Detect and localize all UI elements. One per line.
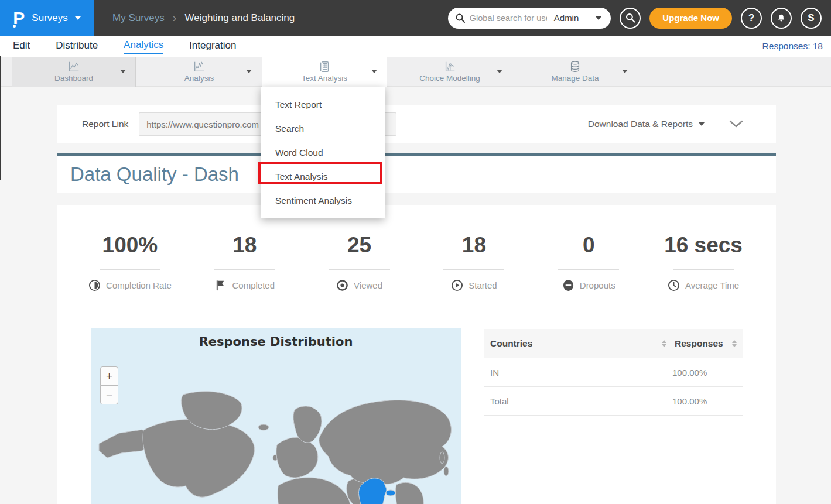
stat-started: 18 Started <box>416 233 531 294</box>
toolbar-tab-choice-modelling[interactable]: Choice Modelling <box>388 57 512 87</box>
stat-completed: 18 Completed <box>187 233 302 294</box>
download-data-reports-dropdown[interactable]: Download Data & Reports <box>588 119 705 129</box>
menu-item-sentiment-analysis[interactable]: Sentiment Analysis <box>261 188 385 212</box>
responses-cell: 100.00% <box>672 368 737 378</box>
search-icon <box>625 13 635 23</box>
top-header-bar: P Surveys My Surveys › Weighting and Bal… <box>0 0 831 36</box>
divider <box>673 269 734 270</box>
table-header-row: Countries Responses <box>484 329 743 358</box>
analytics-toolbar: Dashboard Analysis Text Analysis Choice … <box>0 57 831 87</box>
sort-icon[interactable] <box>662 340 666 347</box>
responses-cell: 100.00% <box>672 396 737 406</box>
chevron-down-icon <box>497 70 502 73</box>
scatter-chart-icon <box>443 60 457 73</box>
stat-value: 16 secs <box>646 233 761 258</box>
nav-tab-distribute[interactable]: Distribute <box>56 40 98 53</box>
stat-value: 100% <box>73 233 187 258</box>
text-analysis-dropdown-menu: Text Report Search Word Cloud Text Analy… <box>261 87 385 218</box>
play-circle-icon <box>451 279 463 292</box>
country-cell: IN <box>490 368 672 378</box>
toolbar-tab-label: Dashboard <box>54 74 93 83</box>
world-map[interactable] <box>91 386 461 504</box>
map-region-africa <box>278 478 351 504</box>
questionpro-logo-icon: P <box>13 9 25 27</box>
stat-label: Completion Rate <box>106 280 172 290</box>
table-row: IN 100.00% <box>484 358 743 387</box>
divider <box>329 269 390 270</box>
menu-item-word-cloud[interactable]: Word Cloud <box>261 140 385 164</box>
dashboard-content-card: 100% Completion Rate 18 Completed 25 <box>57 205 776 504</box>
map-region-northeast-india-highlighted <box>386 490 395 496</box>
surveys-product-switcher[interactable]: P Surveys <box>0 0 94 36</box>
chevron-down-icon <box>699 122 705 126</box>
divider <box>100 269 160 270</box>
countries-responses-table: Countries Responses IN 100.00% Total 100… <box>484 329 743 416</box>
menu-item-search[interactable]: Search <box>261 116 385 140</box>
search-button[interactable] <box>620 8 641 29</box>
breadcrumb-my-surveys[interactable]: My Surveys <box>112 12 165 24</box>
upgrade-now-button[interactable]: Upgrade Now <box>649 8 732 29</box>
map-region-scandinavia <box>293 406 322 443</box>
product-label: Surveys <box>32 12 67 24</box>
chevron-down-icon <box>596 16 601 20</box>
divider <box>558 269 619 270</box>
global-search-input[interactable] <box>470 13 547 23</box>
menu-item-text-report[interactable]: Text Report <box>261 92 385 116</box>
eye-icon <box>336 279 348 292</box>
dashboard-title-bar: Data Quality - Dash <box>57 153 776 193</box>
stat-value: 18 <box>187 233 302 258</box>
stat-value: 25 <box>302 233 417 258</box>
bell-icon <box>776 13 786 23</box>
collapse-panel-button[interactable] <box>729 120 743 128</box>
report-link-bar: Report Link Download Data & Reports <box>57 105 776 143</box>
toolbar-tab-manage-data[interactable]: Manage Data <box>513 57 637 87</box>
search-scope-dropdown[interactable] <box>586 8 611 29</box>
chevron-down-icon <box>120 70 126 73</box>
map-region-japan <box>440 452 444 464</box>
stat-label: Average Time <box>685 280 739 290</box>
stat-label: Started <box>468 280 497 290</box>
user-avatar[interactable]: S <box>801 8 822 29</box>
divider <box>214 269 275 270</box>
global-search: Admin <box>448 8 611 29</box>
map-region-iceland <box>258 424 269 430</box>
toolbar-tab-label: Manage Data <box>551 74 599 83</box>
map-title: Response Distribution <box>91 335 461 349</box>
window-edge-artifact <box>0 56 1 180</box>
chevron-down-icon <box>729 120 743 128</box>
survey-section-nav: Edit Distribute Analytics Integration Re… <box>0 36 831 57</box>
divider <box>443 269 504 270</box>
notifications-button[interactable] <box>771 8 792 29</box>
responses-column-header: Responses <box>675 338 729 349</box>
toolbar-tab-text-analysis[interactable]: Text Analysis <box>262 57 387 87</box>
help-button[interactable]: ? <box>741 8 762 29</box>
map-zoom-in-button[interactable]: + <box>100 366 118 386</box>
download-data-reports-label: Download Data & Reports <box>588 119 693 129</box>
toolbar-tab-dashboard[interactable]: Dashboard <box>12 57 136 87</box>
stat-viewed: 25 Viewed <box>302 233 417 294</box>
stat-value: 18 <box>416 233 531 258</box>
search-scope-label: Admin <box>547 13 586 23</box>
breadcrumb-survey-name: Weighting and Balancing <box>184 12 295 24</box>
nav-tab-analytics[interactable]: Analytics <box>124 39 163 54</box>
chevron-down-icon <box>371 70 377 73</box>
map-region-asia <box>319 400 452 484</box>
menu-item-text-analysis[interactable]: Text Analysis <box>261 164 385 188</box>
nav-tab-integration[interactable]: Integration <box>189 40 236 53</box>
nav-tab-edit[interactable]: Edit <box>13 40 30 53</box>
chevron-down-icon <box>75 16 81 20</box>
breadcrumb-chevron-icon: › <box>173 11 177 25</box>
toolbar-tab-analysis[interactable]: Analysis <box>137 57 261 87</box>
report-link-label: Report Link <box>82 119 128 129</box>
chevron-down-icon <box>246 70 252 73</box>
sort-icon[interactable] <box>732 340 737 347</box>
stat-dropouts: 0 Dropouts <box>531 233 646 294</box>
map-region-north-america <box>143 419 255 497</box>
flag-icon <box>214 279 227 292</box>
breadcrumb: My Surveys › Weighting and Balancing <box>112 11 295 25</box>
countries-column-header: Countries <box>490 338 658 349</box>
minus-circle-icon <box>562 279 574 292</box>
text-report-icon <box>317 60 331 73</box>
search-icon <box>456 13 465 23</box>
line-chart-icon <box>67 60 81 73</box>
